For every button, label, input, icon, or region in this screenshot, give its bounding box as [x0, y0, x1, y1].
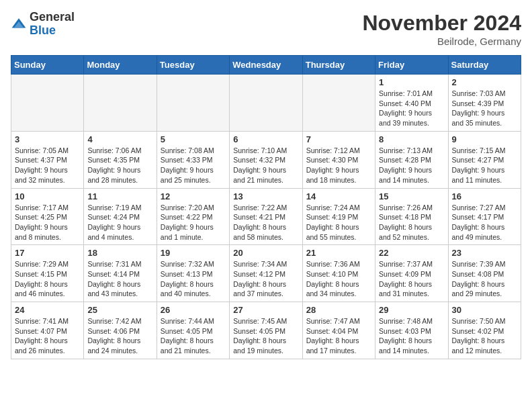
day-info: Sunrise: 7:41 AM Sunset: 4:07 PM Dayligh… [15, 316, 80, 356]
day-number: 28 [306, 305, 371, 315]
weekday-header-tuesday: Tuesday [157, 56, 229, 75]
week-row-5: 24Sunrise: 7:41 AM Sunset: 4:07 PM Dayli… [11, 302, 521, 359]
day-info: Sunrise: 7:10 AM Sunset: 4:32 PM Dayligh… [233, 146, 298, 185]
calendar-cell: 4Sunrise: 7:06 AM Sunset: 4:35 PM Daylig… [84, 131, 157, 188]
calendar-cell [11, 75, 84, 132]
day-number: 8 [379, 134, 444, 144]
calendar-cell: 8Sunrise: 7:13 AM Sunset: 4:28 PM Daylig… [375, 131, 448, 188]
day-info: Sunrise: 7:34 AM Sunset: 4:12 PM Dayligh… [233, 259, 298, 299]
calendar-cell: 26Sunrise: 7:44 AM Sunset: 4:05 PM Dayli… [157, 302, 229, 359]
day-info: Sunrise: 7:01 AM Sunset: 4:40 PM Dayligh… [379, 89, 444, 128]
day-number: 2 [452, 77, 517, 87]
day-number: 11 [87, 191, 152, 201]
day-info: Sunrise: 7:42 AM Sunset: 4:06 PM Dayligh… [87, 316, 152, 356]
calendar-cell: 20Sunrise: 7:34 AM Sunset: 4:12 PM Dayli… [230, 245, 302, 302]
day-number: 25 [87, 305, 152, 315]
calendar-cell: 17Sunrise: 7:29 AM Sunset: 4:15 PM Dayli… [11, 245, 84, 302]
day-number: 12 [161, 191, 226, 201]
calendar-cell: 11Sunrise: 7:19 AM Sunset: 4:24 PM Dayli… [84, 188, 157, 245]
day-number: 18 [87, 248, 152, 258]
day-info: Sunrise: 7:24 AM Sunset: 4:19 PM Dayligh… [306, 203, 371, 242]
day-info: Sunrise: 7:32 AM Sunset: 4:13 PM Dayligh… [161, 259, 226, 299]
weekday-header-sunday: Sunday [11, 56, 84, 75]
day-info: Sunrise: 7:50 AM Sunset: 4:02 PM Dayligh… [452, 316, 517, 356]
calendar-cell: 1Sunrise: 7:01 AM Sunset: 4:40 PM Daylig… [375, 75, 448, 132]
week-row-2: 3Sunrise: 7:05 AM Sunset: 4:37 PM Daylig… [11, 131, 521, 188]
location: Beilrode, Germany [362, 36, 521, 47]
calendar-cell: 10Sunrise: 7:17 AM Sunset: 4:25 PM Dayli… [11, 188, 84, 245]
day-info: Sunrise: 7:20 AM Sunset: 4:22 PM Dayligh… [161, 203, 226, 242]
day-number: 17 [15, 248, 80, 258]
day-info: Sunrise: 7:12 AM Sunset: 4:30 PM Dayligh… [306, 146, 371, 185]
calendar-cell: 16Sunrise: 7:27 AM Sunset: 4:17 PM Dayli… [448, 188, 521, 245]
calendar-cell: 27Sunrise: 7:45 AM Sunset: 4:05 PM Dayli… [230, 302, 302, 359]
calendar-cell: 24Sunrise: 7:41 AM Sunset: 4:07 PM Dayli… [11, 302, 84, 359]
calendar-cell: 14Sunrise: 7:24 AM Sunset: 4:19 PM Dayli… [302, 188, 375, 245]
week-row-3: 10Sunrise: 7:17 AM Sunset: 4:25 PM Dayli… [11, 188, 521, 245]
day-info: Sunrise: 7:08 AM Sunset: 4:33 PM Dayligh… [161, 146, 226, 185]
day-number: 15 [379, 191, 444, 201]
logo: General Blue [11, 11, 75, 38]
calendar-cell: 23Sunrise: 7:39 AM Sunset: 4:08 PM Dayli… [448, 245, 521, 302]
weekday-header-friday: Friday [375, 56, 448, 75]
day-info: Sunrise: 7:22 AM Sunset: 4:21 PM Dayligh… [233, 203, 298, 242]
calendar-cell: 19Sunrise: 7:32 AM Sunset: 4:13 PM Dayli… [157, 245, 229, 302]
calendar-cell: 9Sunrise: 7:15 AM Sunset: 4:27 PM Daylig… [448, 131, 521, 188]
calendar-cell: 29Sunrise: 7:48 AM Sunset: 4:03 PM Dayli… [375, 302, 448, 359]
day-number: 19 [161, 248, 226, 258]
calendar-cell: 2Sunrise: 7:03 AM Sunset: 4:39 PM Daylig… [448, 75, 521, 132]
day-number: 9 [452, 134, 517, 144]
day-info: Sunrise: 7:44 AM Sunset: 4:05 PM Dayligh… [161, 316, 226, 356]
calendar-table: SundayMondayTuesdayWednesdayThursdayFrid… [11, 55, 521, 359]
logo-general-text: General [30, 10, 75, 24]
day-number: 6 [233, 134, 298, 144]
day-info: Sunrise: 7:45 AM Sunset: 4:05 PM Dayligh… [233, 316, 298, 356]
day-number: 3 [15, 134, 80, 144]
page-header: General Blue November 2024 Beilrode, Ger… [11, 11, 521, 47]
day-info: Sunrise: 7:19 AM Sunset: 4:24 PM Dayligh… [87, 203, 152, 242]
day-number: 4 [87, 134, 152, 144]
calendar-cell: 21Sunrise: 7:36 AM Sunset: 4:10 PM Dayli… [302, 245, 375, 302]
week-row-1: 1Sunrise: 7:01 AM Sunset: 4:40 PM Daylig… [11, 75, 521, 132]
day-info: Sunrise: 7:31 AM Sunset: 4:14 PM Dayligh… [87, 259, 152, 299]
day-number: 1 [379, 77, 444, 87]
calendar-cell [157, 75, 229, 132]
calendar-cell [230, 75, 302, 132]
title-block: November 2024 Beilrode, Germany [362, 11, 521, 47]
day-info: Sunrise: 7:05 AM Sunset: 4:37 PM Dayligh… [15, 146, 80, 185]
day-number: 22 [379, 248, 444, 258]
day-info: Sunrise: 7:17 AM Sunset: 4:25 PM Dayligh… [15, 203, 80, 242]
day-number: 5 [161, 134, 226, 144]
calendar-cell [84, 75, 157, 132]
logo-blue-text: Blue [30, 24, 56, 37]
weekday-header-row: SundayMondayTuesdayWednesdayThursdayFrid… [11, 56, 521, 75]
day-number: 29 [379, 305, 444, 315]
day-info: Sunrise: 7:29 AM Sunset: 4:15 PM Dayligh… [15, 259, 80, 299]
day-number: 24 [15, 305, 80, 315]
calendar-cell [302, 75, 375, 132]
calendar-cell: 7Sunrise: 7:12 AM Sunset: 4:30 PM Daylig… [302, 131, 375, 188]
day-number: 10 [15, 191, 80, 201]
day-number: 26 [161, 305, 226, 315]
week-row-4: 17Sunrise: 7:29 AM Sunset: 4:15 PM Dayli… [11, 245, 521, 302]
calendar-cell: 6Sunrise: 7:10 AM Sunset: 4:32 PM Daylig… [230, 131, 302, 188]
day-number: 21 [306, 248, 371, 258]
day-info: Sunrise: 7:13 AM Sunset: 4:28 PM Dayligh… [379, 146, 444, 185]
day-info: Sunrise: 7:36 AM Sunset: 4:10 PM Dayligh… [306, 259, 371, 299]
weekday-header-wednesday: Wednesday [230, 56, 302, 75]
day-number: 27 [233, 305, 298, 315]
logo-icon [11, 16, 27, 32]
day-number: 23 [452, 248, 517, 258]
weekday-header-thursday: Thursday [302, 56, 375, 75]
calendar-cell: 12Sunrise: 7:20 AM Sunset: 4:22 PM Dayli… [157, 188, 229, 245]
calendar-cell: 28Sunrise: 7:47 AM Sunset: 4:04 PM Dayli… [302, 302, 375, 359]
day-number: 13 [233, 191, 298, 201]
calendar-cell: 13Sunrise: 7:22 AM Sunset: 4:21 PM Dayli… [230, 188, 302, 245]
day-info: Sunrise: 7:39 AM Sunset: 4:08 PM Dayligh… [452, 259, 517, 299]
calendar-cell: 30Sunrise: 7:50 AM Sunset: 4:02 PM Dayli… [448, 302, 521, 359]
day-number: 30 [452, 305, 517, 315]
calendar-cell: 5Sunrise: 7:08 AM Sunset: 4:33 PM Daylig… [157, 131, 229, 188]
calendar-cell: 22Sunrise: 7:37 AM Sunset: 4:09 PM Dayli… [375, 245, 448, 302]
day-number: 16 [452, 191, 517, 201]
day-info: Sunrise: 7:48 AM Sunset: 4:03 PM Dayligh… [379, 316, 444, 356]
